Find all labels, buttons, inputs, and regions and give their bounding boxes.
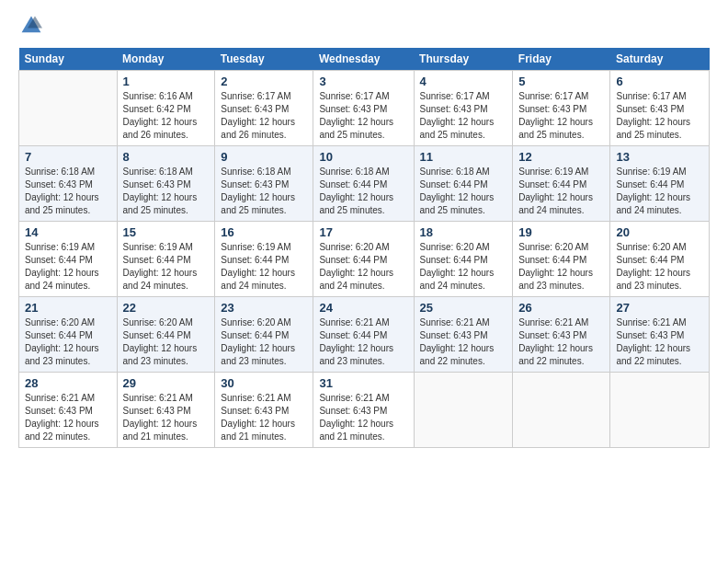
calendar-cell: 20Sunrise: 6:20 AM Sunset: 6:44 PM Dayli… <box>610 222 710 297</box>
calendar-cell: 24Sunrise: 6:21 AM Sunset: 6:44 PM Dayli… <box>313 297 414 373</box>
weekday-header-sunday: Sunday <box>19 48 118 71</box>
day-info: Sunrise: 6:18 AM Sunset: 6:44 PM Dayligh… <box>319 166 407 217</box>
day-number: 27 <box>616 301 703 315</box>
day-number: 10 <box>319 150 407 164</box>
day-number: 20 <box>616 225 703 239</box>
calendar-week-row: 1Sunrise: 6:16 AM Sunset: 6:42 PM Daylig… <box>19 71 710 146</box>
calendar-cell: 28Sunrise: 6:21 AM Sunset: 6:43 PM Dayli… <box>19 373 118 448</box>
calendar-cell: 27Sunrise: 6:21 AM Sunset: 6:43 PM Dayli… <box>610 297 710 373</box>
day-number: 29 <box>123 376 210 390</box>
weekday-header-tuesday: Tuesday <box>215 48 313 71</box>
day-number: 15 <box>123 225 210 239</box>
page: SundayMondayTuesdayWednesdayThursdayFrid… <box>0 0 728 563</box>
day-number: 28 <box>25 376 111 390</box>
day-info: Sunrise: 6:17 AM Sunset: 6:43 PM Dayligh… <box>420 90 507 142</box>
day-info: Sunrise: 6:18 AM Sunset: 6:43 PM Dayligh… <box>221 166 307 217</box>
day-number: 12 <box>518 150 604 164</box>
day-number: 23 <box>221 301 307 315</box>
logo-icon <box>20 15 42 37</box>
day-info: Sunrise: 6:20 AM Sunset: 6:44 PM Dayligh… <box>319 241 407 293</box>
day-info: Sunrise: 6:21 AM Sunset: 6:43 PM Dayligh… <box>25 392 111 443</box>
day-number: 14 <box>25 225 111 239</box>
day-number: 16 <box>221 225 307 239</box>
day-info: Sunrise: 6:21 AM Sunset: 6:43 PM Dayligh… <box>420 316 507 368</box>
day-number: 31 <box>319 376 407 390</box>
calendar-cell: 17Sunrise: 6:20 AM Sunset: 6:44 PM Dayli… <box>313 222 414 297</box>
day-info: Sunrise: 6:21 AM Sunset: 6:43 PM Dayligh… <box>221 392 307 443</box>
day-info: Sunrise: 6:20 AM Sunset: 6:44 PM Dayligh… <box>221 316 307 368</box>
calendar-cell: 6Sunrise: 6:17 AM Sunset: 6:43 PM Daylig… <box>610 71 710 146</box>
calendar-cell: 21Sunrise: 6:20 AM Sunset: 6:44 PM Dayli… <box>19 297 118 373</box>
day-number: 3 <box>319 75 407 88</box>
day-info: Sunrise: 6:20 AM Sunset: 6:44 PM Dayligh… <box>25 316 111 368</box>
calendar-cell <box>414 373 513 448</box>
calendar-week-row: 21Sunrise: 6:20 AM Sunset: 6:44 PM Dayli… <box>19 297 710 373</box>
day-info: Sunrise: 6:21 AM Sunset: 6:43 PM Dayligh… <box>518 316 604 368</box>
day-number: 25 <box>420 301 507 315</box>
weekday-header-thursday: Thursday <box>414 48 513 71</box>
day-info: Sunrise: 6:21 AM Sunset: 6:44 PM Dayligh… <box>319 316 407 368</box>
calendar-cell: 23Sunrise: 6:20 AM Sunset: 6:44 PM Dayli… <box>215 297 313 373</box>
calendar-week-row: 14Sunrise: 6:19 AM Sunset: 6:44 PM Dayli… <box>19 222 710 297</box>
day-info: Sunrise: 6:18 AM Sunset: 6:44 PM Dayligh… <box>420 166 507 217</box>
calendar-table: SundayMondayTuesdayWednesdayThursdayFrid… <box>18 48 710 448</box>
calendar-cell: 29Sunrise: 6:21 AM Sunset: 6:43 PM Dayli… <box>117 373 215 448</box>
calendar-cell: 13Sunrise: 6:19 AM Sunset: 6:44 PM Dayli… <box>610 146 710 222</box>
calendar-cell: 5Sunrise: 6:17 AM Sunset: 6:43 PM Daylig… <box>513 71 610 146</box>
calendar-cell: 15Sunrise: 6:19 AM Sunset: 6:44 PM Dayli… <box>117 222 215 297</box>
day-info: Sunrise: 6:20 AM Sunset: 6:44 PM Dayligh… <box>518 241 604 293</box>
calendar-cell: 16Sunrise: 6:19 AM Sunset: 6:44 PM Dayli… <box>215 222 313 297</box>
day-info: Sunrise: 6:16 AM Sunset: 6:42 PM Dayligh… <box>123 90 210 142</box>
day-number: 26 <box>518 301 604 315</box>
calendar-cell <box>513 373 610 448</box>
calendar-cell: 7Sunrise: 6:18 AM Sunset: 6:43 PM Daylig… <box>19 146 118 222</box>
calendar-cell: 1Sunrise: 6:16 AM Sunset: 6:42 PM Daylig… <box>117 71 215 146</box>
weekday-header-saturday: Saturday <box>610 48 710 71</box>
day-info: Sunrise: 6:21 AM Sunset: 6:43 PM Dayligh… <box>123 392 210 443</box>
day-info: Sunrise: 6:17 AM Sunset: 6:43 PM Dayligh… <box>319 90 407 142</box>
day-info: Sunrise: 6:19 AM Sunset: 6:44 PM Dayligh… <box>123 241 210 293</box>
calendar-cell: 8Sunrise: 6:18 AM Sunset: 6:43 PM Daylig… <box>117 146 215 222</box>
calendar-cell <box>19 71 118 146</box>
day-info: Sunrise: 6:20 AM Sunset: 6:44 PM Dayligh… <box>616 241 703 293</box>
header <box>18 15 710 37</box>
day-info: Sunrise: 6:20 AM Sunset: 6:44 PM Dayligh… <box>420 241 507 293</box>
day-info: Sunrise: 6:21 AM Sunset: 6:43 PM Dayligh… <box>616 316 703 368</box>
calendar-cell: 2Sunrise: 6:17 AM Sunset: 6:43 PM Daylig… <box>215 71 313 146</box>
calendar-cell: 22Sunrise: 6:20 AM Sunset: 6:44 PM Dayli… <box>117 297 215 373</box>
calendar-cell: 4Sunrise: 6:17 AM Sunset: 6:43 PM Daylig… <box>414 71 513 146</box>
day-number: 9 <box>221 150 307 164</box>
day-number: 7 <box>25 150 111 164</box>
weekday-header-wednesday: Wednesday <box>313 48 414 71</box>
day-number: 11 <box>420 150 507 164</box>
calendar-cell: 10Sunrise: 6:18 AM Sunset: 6:44 PM Dayli… <box>313 146 414 222</box>
calendar-cell: 30Sunrise: 6:21 AM Sunset: 6:43 PM Dayli… <box>215 373 313 448</box>
calendar-week-row: 28Sunrise: 6:21 AM Sunset: 6:43 PM Dayli… <box>19 373 710 448</box>
calendar-cell: 26Sunrise: 6:21 AM Sunset: 6:43 PM Dayli… <box>513 297 610 373</box>
day-number: 8 <box>123 150 210 164</box>
day-info: Sunrise: 6:17 AM Sunset: 6:43 PM Dayligh… <box>616 90 703 142</box>
weekday-header-friday: Friday <box>513 48 610 71</box>
day-number: 1 <box>123 75 210 88</box>
day-number: 6 <box>616 75 703 88</box>
day-info: Sunrise: 6:17 AM Sunset: 6:43 PM Dayligh… <box>518 90 604 142</box>
day-info: Sunrise: 6:21 AM Sunset: 6:43 PM Dayligh… <box>319 392 407 443</box>
day-info: Sunrise: 6:19 AM Sunset: 6:44 PM Dayligh… <box>518 166 604 217</box>
day-number: 24 <box>319 301 407 315</box>
calendar-cell: 18Sunrise: 6:20 AM Sunset: 6:44 PM Dayli… <box>414 222 513 297</box>
calendar-cell: 3Sunrise: 6:17 AM Sunset: 6:43 PM Daylig… <box>313 71 414 146</box>
day-number: 21 <box>25 301 111 315</box>
day-number: 17 <box>319 225 407 239</box>
day-number: 22 <box>123 301 210 315</box>
day-info: Sunrise: 6:18 AM Sunset: 6:43 PM Dayligh… <box>25 166 111 217</box>
day-number: 5 <box>518 75 604 88</box>
day-number: 19 <box>518 225 604 239</box>
day-number: 4 <box>420 75 507 88</box>
calendar-cell: 9Sunrise: 6:18 AM Sunset: 6:43 PM Daylig… <box>215 146 313 222</box>
day-info: Sunrise: 6:19 AM Sunset: 6:44 PM Dayligh… <box>616 166 703 217</box>
day-info: Sunrise: 6:19 AM Sunset: 6:44 PM Dayligh… <box>25 241 111 293</box>
day-number: 13 <box>616 150 703 164</box>
calendar-cell: 14Sunrise: 6:19 AM Sunset: 6:44 PM Dayli… <box>19 222 118 297</box>
weekday-header-row: SundayMondayTuesdayWednesdayThursdayFrid… <box>19 48 710 71</box>
day-info: Sunrise: 6:20 AM Sunset: 6:44 PM Dayligh… <box>123 316 210 368</box>
